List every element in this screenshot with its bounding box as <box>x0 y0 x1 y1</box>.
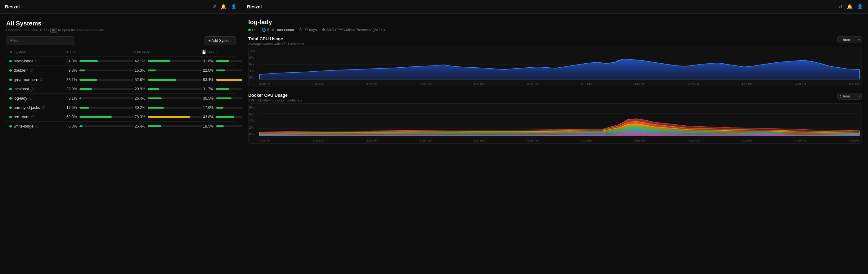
host-name: localhost <box>14 87 29 91</box>
col-disk[interactable]: 💾 Disk ↕ <box>202 50 242 54</box>
mem-cell: 78.3% <box>133 115 202 119</box>
cpu-cell: 59.8% <box>65 115 133 119</box>
cpu-bar <box>80 116 133 118</box>
system-header: log-lady Up 🌐 5.161.■■■■■■■■ ⏱ 77 days ⚙… <box>248 19 862 32</box>
docker-cpu-title-group: Docker CPU Usage CPU utilization of dock… <box>248 93 302 102</box>
total-cpu-time-select-wrap[interactable]: 1 hour 6 hours 24 hours <box>837 36 862 43</box>
disk-bar <box>216 88 242 90</box>
disk-col-icon: 💾 <box>202 50 206 54</box>
add-system-button[interactable]: + Add System <box>205 36 236 45</box>
col-memory[interactable]: □ Memory ↕ <box>133 50 202 54</box>
left-panel: Beszel ↺ 🔔 👤 All Systems Updated in real… <box>0 0 242 274</box>
right-refresh-icon[interactable]: ↺ <box>839 4 842 10</box>
total-cpu-time-select[interactable]: 1 hour 6 hours 24 hours <box>837 36 862 43</box>
right-panel: Beszel ↺ 🔔 👤 log-lady Up 🌐 5.161.■■■■■■■… <box>242 0 868 274</box>
docker-cpu-time-select-wrap[interactable]: 1 hour 6 hours 24 hours <box>837 93 862 100</box>
disk-cell: 22.0% <box>202 68 242 72</box>
disk-bar-fill <box>216 60 229 62</box>
total-cpu-section: Total CPU Usage Average system-wide CPU … <box>248 36 862 87</box>
mem-bar <box>148 107 202 109</box>
cpu-icon: ⚙ <box>322 28 325 32</box>
disk-bar-fill <box>216 125 224 127</box>
mem-bar <box>148 79 202 81</box>
info-icon: ⓘ <box>40 78 43 82</box>
info-icon: ⓘ <box>29 96 32 100</box>
disk-bar <box>216 107 242 109</box>
info-icon: ⓘ <box>30 68 33 72</box>
table-body: black-lodge ⓘ 34.3% 42.1% 31.6% 🔔 ••• <box>6 57 236 131</box>
disk-bar-fill <box>216 107 223 109</box>
total-cpu-subtitle: Average system-wide CPU utilization <box>248 42 304 45</box>
cpu-bar-fill <box>80 69 85 71</box>
mem-value: 15.3% <box>133 68 145 72</box>
left-app-title: Beszel <box>5 4 20 9</box>
cpu-value: 33.1% <box>65 78 77 82</box>
status-dot <box>9 116 12 118</box>
ip-value: 5.161.■■■■■■■■ <box>267 28 294 32</box>
cpu-bar <box>80 69 133 71</box>
right-notification-icon[interactable]: 🔔 <box>847 4 853 10</box>
system-name-cell: double-r ⓘ <box>9 68 65 72</box>
table-row[interactable]: white-lodge ⓘ 6.3% 25.4% 18.5% 🔔 ••• <box>6 122 236 131</box>
info-icon: ⓘ <box>35 124 38 128</box>
mem-cell: 52.6% <box>133 78 202 82</box>
disk-value: 36.5% <box>202 96 214 100</box>
host-name: red-room <box>14 115 29 119</box>
mem-bar <box>148 88 202 90</box>
disk-bar-fill <box>216 69 225 71</box>
info-icon: ⓘ <box>42 105 45 110</box>
toolbar: + Add System <box>6 36 236 45</box>
mem-bar <box>148 69 202 71</box>
status-label: Up <box>252 28 257 32</box>
cpu-value: 59.8% <box>65 115 77 119</box>
mem-bar <box>148 97 202 99</box>
system-name-cell: white-lodge ⓘ <box>9 124 65 128</box>
system-meta: Up 🌐 5.161.■■■■■■■■ ⏱ 77 days ⚙ AMD EPYC… <box>248 28 862 32</box>
sort-icon-cpu: ↕ <box>79 51 80 54</box>
mem-value: 52.6% <box>133 78 145 82</box>
cpu-value: AMD EPYC-Milan Processor (2c / 4t) <box>327 28 385 32</box>
table-row[interactable]: log-lady ⓘ 3.1% 26.4% 36.5% 🔔 ••• <box>6 94 236 103</box>
disk-cell: 83.4% <box>202 78 242 82</box>
notification-icon[interactable]: 🔔 <box>221 4 226 10</box>
table-row[interactable]: localhost ⓘ 22.9% 20.9% 31.7% 🔔 ••• <box>6 84 236 94</box>
mem-cell: 25.4% <box>133 124 202 128</box>
mem-value: 42.1% <box>133 59 145 63</box>
disk-value: 83.4% <box>202 78 214 82</box>
refresh-icon[interactable]: ↺ <box>212 4 216 10</box>
cpu-value: 34.3% <box>65 59 77 63</box>
memory-col-icon: □ <box>133 50 135 54</box>
docker-cpu-time-select[interactable]: 1 hour 6 hours 24 hours <box>837 93 862 100</box>
total-cpu-yaxis: 12% 9% 6% 3% 0% <box>249 50 258 80</box>
host-name: black-lodge <box>14 59 33 63</box>
right-user-icon[interactable]: 👤 <box>857 4 863 10</box>
system-name-cell: log-lady ⓘ <box>9 96 65 100</box>
cpu-bar-fill <box>80 107 89 109</box>
monitor-icon: 🖥 <box>9 50 13 54</box>
disk-bar <box>216 97 242 99</box>
table-row[interactable]: black-lodge ⓘ 34.3% 42.1% 31.6% 🔔 ••• <box>6 57 236 66</box>
mem-bar-fill <box>148 88 159 90</box>
sort-icon-system: ↕ <box>27 51 29 54</box>
table-header: 🖥 System ↕ ⚙ CPU ↕ □ Memory ↕ 💾 Disk ↕ <box>6 48 236 57</box>
filter-input[interactable] <box>6 36 74 45</box>
disk-cell: 31.7% <box>202 87 242 91</box>
status-dot <box>9 88 12 90</box>
total-cpu-plot <box>259 50 860 80</box>
disk-bar <box>216 60 242 62</box>
info-icon: ⓘ <box>31 115 34 119</box>
cpu-cell: 6.3% <box>65 124 133 128</box>
status-dot <box>9 125 12 127</box>
user-icon[interactable]: 👤 <box>231 4 237 10</box>
table-row[interactable]: great-northern ⓘ 33.1% 52.6% 83.4% 🔔 ••• <box>6 75 236 84</box>
info-icon: ⓘ <box>31 87 34 91</box>
cpu-bar <box>80 88 133 90</box>
cpu-bar-fill <box>80 60 98 62</box>
mem-value: 26.4% <box>133 96 145 100</box>
table-row[interactable]: red-room ⓘ 59.8% 78.3% 43.8% 🔔 ••• <box>6 112 236 122</box>
col-cpu[interactable]: ⚙ CPU ↕ <box>65 50 133 54</box>
table-row[interactable]: double-r ⓘ 9.8% 15.3% 22.0% 🔔 ••• <box>6 66 236 75</box>
table-row[interactable]: one-eyed-jacks ⓘ 17.5% 30.2% 17.9% 🔔 ••• <box>6 103 236 112</box>
mem-cell: 42.1% <box>133 59 202 63</box>
col-system[interactable]: 🖥 System ↕ <box>9 50 65 54</box>
